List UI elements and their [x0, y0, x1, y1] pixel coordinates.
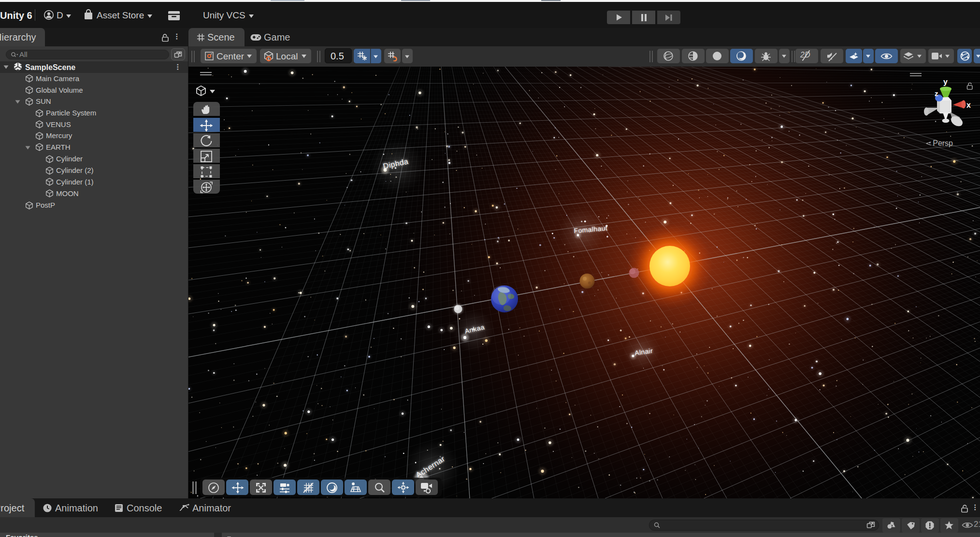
svg-text:y: y	[943, 79, 948, 86]
svg-text:x: x	[966, 101, 971, 109]
svg-text:z: z	[935, 89, 938, 98]
